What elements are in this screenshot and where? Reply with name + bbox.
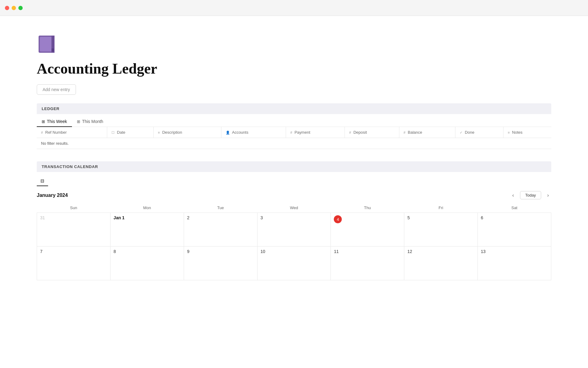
today-badge: 4 — [334, 215, 342, 223]
calendar-section-header: TRANSACTION CALENDAR — [37, 161, 551, 172]
calendar-view-tabs: ⊟ — [37, 174, 48, 186]
ledger-table: # Ref Number ☐ Date ≡ Description 👤 Acco… — [37, 127, 551, 149]
svg-rect-1 — [40, 37, 53, 52]
tab-this-month-label: This Month — [82, 119, 103, 124]
cal-day-jan1[interactable]: Jan 1 — [110, 213, 184, 247]
ledger-section: LEDGER ⊞ This Week ⊞ This Month # Ref Nu… — [37, 103, 551, 149]
day-number: 5 — [407, 215, 410, 220]
calendar-icon: ☐ — [111, 131, 115, 134]
ledger-tabs: ⊞ This Week ⊞ This Month — [37, 114, 551, 127]
day-header-sat: Sat — [478, 203, 551, 213]
notes-icon: ≡ — [508, 131, 510, 134]
day-header-fri: Fri — [404, 203, 478, 213]
close-button[interactable] — [5, 6, 9, 10]
col-description-label: Description — [162, 130, 182, 135]
cal-day-6[interactable]: 6 — [478, 213, 551, 247]
titlebar — [0, 0, 588, 16]
ledger-section-header: LEDGER — [37, 103, 551, 114]
calendar-week-1: 31 Jan 1 2 3 4 5 — [37, 213, 551, 247]
day-number: 12 — [407, 249, 412, 254]
col-payment[interactable]: # Payment — [286, 127, 345, 138]
cal-day-5[interactable]: 5 — [404, 213, 478, 247]
col-ref-number[interactable]: # Ref Number — [37, 127, 107, 138]
calendar-week-2: 7 8 9 10 11 12 — [37, 247, 551, 280]
cal-day-3[interactable]: 3 — [257, 213, 331, 247]
calendar-grid: Sun Mon Tue Wed Thu Fri Sat 31 Jan 1 — [37, 203, 551, 280]
app-icon — [37, 34, 551, 60]
calendar-next-button[interactable]: › — [545, 191, 551, 199]
table-icon: ⊞ — [42, 119, 45, 124]
cal-day-8[interactable]: 8 — [110, 247, 184, 280]
cal-day-4[interactable]: 4 — [331, 213, 404, 247]
day-number: 3 — [261, 215, 263, 220]
day-number: 8 — [114, 249, 116, 254]
calendar-nav: ‹ Today › — [510, 191, 551, 199]
col-accounts[interactable]: 👤 Accounts — [221, 127, 286, 138]
check-icon: ✓ — [460, 131, 462, 134]
hash-balance-icon: # — [404, 131, 405, 134]
svg-rect-3 — [51, 48, 54, 52]
calendar-grid-icon: ⊟ — [40, 178, 44, 183]
hash-deposit-icon: # — [349, 131, 351, 134]
col-balance-label: Balance — [408, 130, 422, 135]
day-header-sun: Sun — [37, 203, 111, 213]
col-deposit-label: Deposit — [353, 130, 367, 135]
col-description[interactable]: ≡ Description — [153, 127, 221, 138]
col-notes-label: Notes — [512, 130, 522, 135]
tab-this-week-label: This Week — [47, 119, 67, 124]
person-icon: 👤 — [226, 131, 230, 134]
page-title: Accounting Ledger — [37, 60, 551, 77]
cal-day-2[interactable]: 2 — [184, 213, 257, 247]
col-ref-number-label: Ref Number — [45, 130, 67, 135]
day-number: 6 — [481, 215, 483, 220]
tab-this-week[interactable]: ⊞ This Week — [37, 117, 72, 127]
calendar-month-title: January 2024 — [37, 193, 68, 198]
day-header-thu: Thu — [331, 203, 404, 213]
day-header-tue: Tue — [184, 203, 257, 213]
add-entry-button[interactable]: Add new entry — [37, 84, 76, 95]
calendar-prev-button[interactable]: ‹ — [510, 191, 516, 199]
cal-day-11[interactable]: 11 — [331, 247, 404, 280]
col-date-label: Date — [117, 130, 125, 135]
tab-this-month[interactable]: ⊞ This Month — [72, 117, 108, 127]
calendar-today-button[interactable]: Today — [520, 191, 541, 199]
calendar-section: TRANSACTION CALENDAR ⊟ January 2024 ‹ To… — [37, 161, 551, 280]
minimize-button[interactable] — [12, 6, 16, 10]
col-done-label: Done — [465, 130, 474, 135]
day-header-wed: Wed — [257, 203, 331, 213]
col-done[interactable]: ✓ Done — [455, 127, 503, 138]
calendar-grid-tab[interactable]: ⊟ — [37, 176, 48, 186]
col-accounts-label: Accounts — [232, 130, 248, 135]
cal-day-7[interactable]: 7 — [37, 247, 111, 280]
col-date[interactable]: ☐ Date — [107, 127, 153, 138]
day-number: Jan 1 — [114, 215, 125, 220]
list-icon: ≡ — [158, 131, 160, 134]
day-number: 2 — [187, 215, 190, 220]
hash-icon: # — [41, 131, 43, 134]
day-number: 31 — [40, 215, 45, 220]
col-notes[interactable]: ≡ Notes — [503, 127, 551, 138]
cal-day-9[interactable]: 9 — [184, 247, 257, 280]
no-results-row: No filter results. — [37, 138, 551, 149]
maximize-button[interactable] — [18, 6, 23, 10]
day-number: 10 — [261, 249, 266, 254]
day-number: 7 — [40, 249, 43, 254]
hash-payment-icon: # — [290, 131, 292, 134]
cal-day-10[interactable]: 10 — [257, 247, 331, 280]
day-number: 13 — [481, 249, 486, 254]
col-payment-label: Payment — [295, 130, 310, 135]
day-header-mon: Mon — [110, 203, 184, 213]
cal-day-13[interactable]: 13 — [478, 247, 551, 280]
table-icon-month: ⊞ — [77, 119, 80, 124]
cal-day-31[interactable]: 31 — [37, 213, 111, 247]
day-number: 11 — [334, 249, 339, 254]
col-deposit[interactable]: # Deposit — [345, 127, 399, 138]
main-content: Accounting Ledger Add new entry LEDGER ⊞… — [0, 16, 588, 293]
cal-day-12[interactable]: 12 — [404, 247, 478, 280]
no-results-text: No filter results. — [37, 138, 551, 149]
day-number: 9 — [187, 249, 190, 254]
calendar-header: January 2024 ‹ Today › — [37, 186, 551, 203]
col-balance[interactable]: # Balance — [399, 127, 455, 138]
calendar-view-tab-container: ⊟ — [37, 172, 551, 186]
